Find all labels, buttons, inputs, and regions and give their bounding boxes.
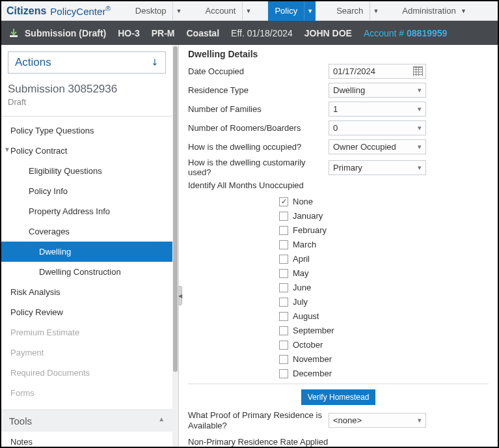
nav-notes[interactable]: Notes [8, 432, 166, 447]
nav-required-documents[interactable]: Required Documents [8, 363, 166, 383]
cb-none[interactable]: None [279, 197, 489, 206]
label-residence-type: Residence Type [188, 85, 329, 95]
label-months-unoccupied: Identify All Months Unoccupied [188, 180, 489, 190]
cb-may[interactable]: May [279, 268, 489, 278]
checkbox-icon [279, 255, 288, 264]
label-proof: What Proof of Primary Residence is Avail… [188, 410, 329, 430]
checkbox-icon [279, 312, 288, 321]
nav-policy-review[interactable]: Policy Review [8, 302, 166, 322]
context-submission: Submission (Draft) [25, 28, 106, 38]
checkbox-icon [279, 283, 288, 292]
label-num-families: Number of Families [188, 104, 329, 114]
nav-policy-drop[interactable]: ▼ [304, 1, 316, 21]
label-date-occupied: Date Occupied [188, 66, 329, 76]
row-nonprimary: Non-Primary Residence Rate Applied [188, 434, 489, 447]
select-used[interactable]: Primary [329, 160, 426, 175]
cb-january[interactable]: January [279, 211, 489, 221]
sidebar-wrap: Actions↗ Submission 30852936 Draft Polic… [1, 45, 179, 447]
select-residence-type[interactable]: Dwelling [329, 83, 426, 98]
checkbox-icon [279, 269, 288, 278]
nav-payment[interactable]: Payment [8, 343, 166, 363]
nav-dwelling[interactable]: Dwelling [1, 242, 172, 262]
nav-policy-contract[interactable]: ▼Policy Contract [8, 141, 166, 161]
content-area: Dwelling Details Date Occupied 01/17/202… [179, 45, 498, 447]
row-residence-type: Residence Type Dwelling [188, 82, 489, 98]
nav-search[interactable]: Search [330, 1, 370, 21]
cb-september[interactable]: September [279, 326, 489, 335]
nav-policy[interactable]: Policy [268, 1, 304, 21]
nav-tree: Policy Type Questions ▼Policy Contract E… [8, 120, 166, 403]
label-nonprimary: Non-Primary Residence Rate Applied [188, 437, 329, 447]
row-occupied: How is the dwelling occupied? Owner Occu… [188, 139, 489, 154]
expand-icon: ▼ [4, 146, 10, 153]
tools-header[interactable]: Tools▲ [1, 410, 172, 432]
submission-state: Draft [8, 97, 166, 107]
nav-forms[interactable]: Forms [8, 383, 166, 403]
scrollbar-thumb[interactable] [173, 46, 178, 372]
row-num-families: Number of Families 1 [188, 101, 489, 117]
sidebar: Actions↗ Submission 30852936 Draft Polic… [1, 45, 172, 447]
context-name: JOHN DOE [304, 28, 352, 38]
months-checklist: None January February March April May Ju… [279, 197, 489, 378]
brand-product: PolicyCenter® [50, 5, 110, 17]
cb-december[interactable]: December [279, 369, 489, 378]
nav-account-drop[interactable]: ▼ [242, 1, 254, 21]
select-num-roomers[interactable]: 0 [329, 120, 426, 135]
nav-eligibility[interactable]: Eligibility Questions [8, 161, 166, 181]
nav-risk-analysis[interactable]: Risk Analysis [8, 282, 166, 302]
nav-policy-info[interactable]: Policy Info [8, 181, 166, 201]
row-proof: What Proof of Primary Residence is Avail… [188, 410, 489, 430]
cb-october[interactable]: October [279, 340, 489, 350]
top-nav: Citizens PolicyCenter® Desktop ▼ Account… [1, 1, 498, 21]
brand-name: Citizens [7, 5, 46, 17]
input-date-occupied[interactable]: 01/17/2024 [329, 64, 426, 79]
chevron-up-icon: ▲ [158, 415, 165, 427]
nav-search-drop[interactable]: ▼ [370, 1, 381, 21]
context-effective: Eff. 01/18/2024 [231, 28, 293, 38]
section-title: Dwelling Details [188, 49, 489, 59]
nav-desktop-drop[interactable]: ▼ [172, 1, 184, 21]
checkbox-icon [279, 197, 288, 206]
nav-premium-estimate[interactable]: Premium Estimate [8, 322, 166, 343]
svg-rect-0 [10, 35, 18, 37]
cb-february[interactable]: February [279, 225, 489, 235]
context-account: Account # 08819959 [364, 28, 447, 38]
checkbox-icon [279, 341, 288, 350]
checkbox-icon [279, 212, 288, 221]
chevron-down-icon: ▼ [461, 8, 466, 14]
checkbox-icon [279, 355, 288, 364]
arrow-icon: ↗ [148, 56, 161, 69]
nav-admin[interactable]: Administration ▼ [396, 1, 473, 21]
select-num-families[interactable]: 1 [329, 102, 426, 117]
row-date-occupied: Date Occupied 01/17/2024 [188, 63, 489, 79]
label-occupied: How is the dwelling occupied? [188, 142, 329, 152]
context-plan: PR-M [152, 28, 175, 38]
cb-august[interactable]: August [279, 311, 489, 321]
cb-april[interactable]: April [279, 254, 489, 264]
verify-homestead-button[interactable]: Verify Homestead [301, 389, 376, 405]
main: Actions↗ Submission 30852936 Draft Polic… [1, 45, 498, 447]
cb-july[interactable]: July [279, 297, 489, 307]
submission-id: Submission 30852936 [8, 83, 166, 96]
select-occupied[interactable]: Owner Occupied [329, 139, 426, 154]
cb-november[interactable]: November [279, 354, 489, 364]
checkbox-icon [279, 326, 288, 335]
label-num-roomers: Number of Roomers/Boarders [188, 123, 329, 133]
cb-june[interactable]: June [279, 283, 489, 292]
checkbox-icon [279, 298, 288, 307]
divider [188, 384, 489, 384]
cb-march[interactable]: March [279, 240, 489, 249]
sidebar-scrollbar[interactable] [172, 45, 178, 447]
nav-policy-type-questions[interactable]: Policy Type Questions [8, 120, 166, 141]
nav-property-address[interactable]: Property Address Info [8, 201, 166, 221]
select-proof[interactable]: <none> [329, 413, 426, 428]
nav-dwelling-construction[interactable]: Dwelling Construction [8, 262, 166, 282]
nav-account[interactable]: Account [198, 1, 242, 21]
actions-menu[interactable]: Actions↗ [8, 51, 166, 74]
row-num-roomers: Number of Roomers/Boarders 0 [188, 120, 489, 135]
account-link[interactable]: 08819959 [407, 28, 447, 38]
nav-desktop[interactable]: Desktop [129, 1, 173, 21]
context-product: HO-3 [118, 28, 139, 38]
nav-coverages[interactable]: Coverages [8, 221, 166, 242]
collapse-handle[interactable]: ◀ [178, 286, 182, 305]
